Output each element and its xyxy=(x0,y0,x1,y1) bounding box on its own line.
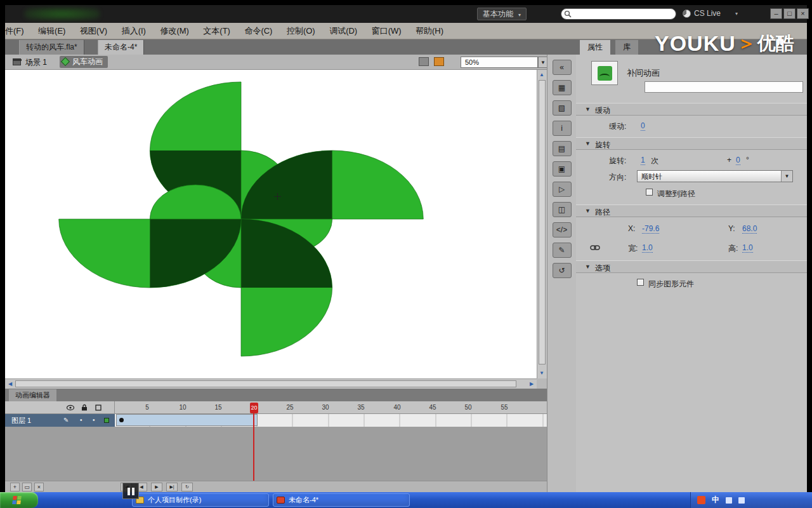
active-layer-pencil-icon: ✎ xyxy=(63,414,69,427)
section-rotation[interactable]: ▼ 旋转 xyxy=(576,137,807,150)
frame-number: 40 xyxy=(391,404,403,411)
outline-layers-icon[interactable] xyxy=(95,404,102,411)
menu-item-file[interactable]: 文件(F) xyxy=(5,23,30,39)
ime-language-indicator[interactable]: 中 xyxy=(712,495,719,505)
document-tab-windmill[interactable]: 转动的风车.fla* xyxy=(19,40,84,55)
tab-properties[interactable]: 属性 xyxy=(580,40,610,55)
menu-item-debug[interactable]: 调试(D) xyxy=(324,23,363,39)
section-triangle-icon: ▼ xyxy=(585,140,591,147)
new-folder-button[interactable]: ▭ xyxy=(22,483,32,491)
section-options[interactable]: ▼ 选项 xyxy=(576,260,807,273)
x-value[interactable]: -79.6 xyxy=(642,224,659,234)
menu-item-view[interactable]: 视图(V) xyxy=(74,23,113,39)
history-panel-icon[interactable]: ↺ xyxy=(553,263,572,278)
layer-controls-header xyxy=(5,401,115,414)
playhead[interactable]: 20 xyxy=(250,403,258,413)
align-panel-icon[interactable]: ▦ xyxy=(553,80,572,95)
scrollbar-corner xyxy=(537,378,547,389)
ease-value[interactable]: 0 xyxy=(641,121,645,131)
breadcrumb-scene[interactable]: 场景 1 xyxy=(25,57,47,68)
zoom-level-field[interactable]: 50% xyxy=(461,57,538,68)
search-input[interactable] xyxy=(572,10,667,18)
components-panel-icon[interactable]: ◫ xyxy=(553,202,572,217)
layer-visible-dot-icon[interactable]: • xyxy=(80,414,82,427)
layer-lock-dot-icon[interactable]: • xyxy=(93,414,95,427)
document-tab-untitled4[interactable]: 未命名-4* xyxy=(98,40,144,55)
new-layer-button[interactable]: + xyxy=(10,483,20,491)
menu-item-help[interactable]: 帮助(H) xyxy=(410,23,449,39)
rotation-count-value[interactable]: 1 xyxy=(641,156,645,165)
tab-motion-editor[interactable]: 动画编辑器 xyxy=(9,389,56,401)
show-hide-layers-icon[interactable] xyxy=(67,404,74,411)
step-forward-button[interactable]: ▶| xyxy=(166,483,178,491)
tray-icon[interactable] xyxy=(726,497,732,504)
swatches-panel-icon[interactable]: ▤ xyxy=(553,141,572,156)
stage-canvas[interactable] xyxy=(5,70,537,378)
video-pause-button[interactable] xyxy=(122,483,139,499)
menu-item-commands[interactable]: 命令(C) xyxy=(239,23,278,39)
tab-library[interactable]: 库 xyxy=(615,40,638,55)
menu-item-control[interactable]: 控制(O) xyxy=(281,23,321,39)
taskbar-task-folder[interactable]: 个人项目制作(录) xyxy=(132,493,269,507)
taskbar-task-flash-doc[interactable]: 未命名-4* xyxy=(273,493,410,507)
direction-value: 顺时针 xyxy=(641,173,662,180)
menu-item-text[interactable]: 文本(T) xyxy=(197,23,236,39)
link-width-height-icon[interactable] xyxy=(590,243,600,252)
motion-tween-span[interactable] xyxy=(116,414,258,426)
timeline-ruler[interactable]: 5 10 15 25 30 35 40 45 50 55 20 xyxy=(5,401,547,414)
orient-to-path-checkbox[interactable] xyxy=(646,189,653,196)
transform-panel-icon[interactable]: ▣ xyxy=(553,161,572,177)
layer-name-cell[interactable]: 图层 1 ✎ • • xyxy=(5,414,115,427)
loop-button[interactable]: ↻ xyxy=(181,483,193,491)
menu-item-edit[interactable]: 编辑(E) xyxy=(32,23,71,39)
frame-number: 5 xyxy=(141,404,154,411)
flash-tray-icon[interactable] xyxy=(697,496,705,504)
layer-outline-color-swatch[interactable] xyxy=(104,418,109,423)
code-snippets-panel-icon[interactable]: </> xyxy=(553,222,572,237)
scroll-down-icon[interactable]: ▼ xyxy=(537,369,546,378)
menu-item-window[interactable]: 窗口(W) xyxy=(366,23,407,39)
layer-frames-area[interactable] xyxy=(115,414,547,427)
collapse-dock-icon[interactable]: « xyxy=(553,60,572,75)
lock-layers-icon[interactable] xyxy=(81,404,88,411)
y-value[interactable]: 68.0 xyxy=(742,224,757,234)
menu-item-modify[interactable]: 修改(M) xyxy=(154,23,195,39)
workspace-switcher-button[interactable]: 基本功能▾ xyxy=(477,8,527,20)
width-value[interactable]: 1.0 xyxy=(642,243,653,253)
maximize-button[interactable]: □ xyxy=(783,8,796,19)
color-panel-icon[interactable]: ▧ xyxy=(553,100,572,116)
stage-vertical-scrollbar[interactable]: ▲ ▼ xyxy=(537,70,547,378)
vertical-scroll-thumb[interactable] xyxy=(539,80,546,364)
minimize-button[interactable]: – xyxy=(770,8,782,19)
layer-row[interactable]: 图层 1 ✎ • • xyxy=(5,414,547,427)
scroll-left-icon[interactable]: ◀ xyxy=(6,380,15,389)
search-box[interactable] xyxy=(561,8,676,20)
edit-symbol-button[interactable] xyxy=(434,57,444,66)
tray-icon[interactable] xyxy=(738,497,745,504)
windows-logo-icon xyxy=(12,496,22,504)
scroll-right-icon[interactable]: ▶ xyxy=(527,380,536,389)
scroll-up-icon[interactable]: ▲ xyxy=(537,70,546,79)
scene-icon xyxy=(13,58,21,65)
document-tab-bar: 转动的风车.fla* 未命名-4* xyxy=(5,39,576,55)
start-button[interactable] xyxy=(0,492,38,508)
direction-dropdown[interactable]: 顺时针 ▼ xyxy=(637,170,793,182)
delete-layer-button[interactable]: × xyxy=(34,483,44,491)
close-button[interactable]: × xyxy=(797,8,809,19)
section-ease[interactable]: ▼ 缓动 xyxy=(576,103,807,116)
menu-item-insert[interactable]: 插入(I) xyxy=(116,23,152,39)
breadcrumb-symbol[interactable]: 风车动画 xyxy=(60,56,108,68)
height-value[interactable]: 1.0 xyxy=(742,243,753,253)
rotation-degrees-value[interactable]: 0 xyxy=(736,156,740,165)
motion-presets-panel-icon[interactable]: ▷ xyxy=(553,182,572,197)
play-button[interactable]: ▶ xyxy=(151,483,162,491)
stage-horizontal-scrollbar[interactable]: ◀ ▶ xyxy=(5,378,537,389)
sync-graphic-symbols-checkbox[interactable] xyxy=(637,279,644,286)
section-path[interactable]: ▼ 路径 xyxy=(576,204,807,217)
info-panel-icon[interactable]: i xyxy=(553,121,572,136)
strings-panel-icon[interactable]: ✎ xyxy=(553,243,572,258)
instance-name-input[interactable] xyxy=(645,81,803,93)
cs-live-button[interactable]: CS Live ▾ xyxy=(683,9,738,18)
horizontal-scroll-thumb[interactable] xyxy=(15,380,516,387)
edit-scene-button[interactable] xyxy=(419,57,429,66)
